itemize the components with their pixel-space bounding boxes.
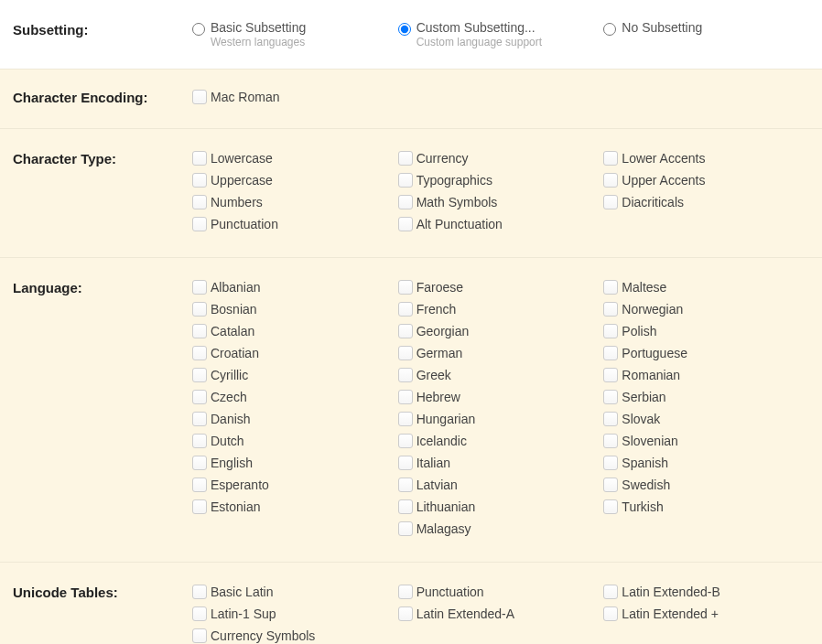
- checkbox-icon[interactable]: [603, 412, 618, 426]
- checkbox-icon[interactable]: [398, 434, 413, 448]
- option-latin-extended-b[interactable]: Latin Extended-B: [603, 583, 809, 601]
- option-latin-extended-a[interactable]: Latin Extended-A: [398, 605, 604, 623]
- checkbox-icon[interactable]: [398, 195, 413, 209]
- option-numbers[interactable]: Numbers: [192, 193, 398, 211]
- option-diacriticals[interactable]: Diacriticals: [603, 193, 809, 211]
- checkbox-icon[interactable]: [603, 302, 618, 317]
- option-latin-extended[interactable]: Latin Extended +: [603, 605, 809, 623]
- checkbox-icon[interactable]: [192, 499, 207, 514]
- checkbox-icon[interactable]: [192, 217, 207, 231]
- checkbox-icon[interactable]: [398, 346, 413, 360]
- option-latvian[interactable]: Latvian: [398, 476, 604, 494]
- checkbox-icon[interactable]: [192, 628, 207, 643]
- option-turkish[interactable]: Turkish: [603, 498, 809, 516]
- subsetting-option-basic[interactable]: Basic Subsetting Western languages: [192, 20, 398, 48]
- option-swedish[interactable]: Swedish: [603, 476, 809, 494]
- option-malagasy[interactable]: Malagasy: [398, 520, 604, 538]
- option-french[interactable]: French: [398, 300, 604, 318]
- option-serbian[interactable]: Serbian: [603, 388, 809, 406]
- checkbox-icon[interactable]: [398, 302, 413, 317]
- checkbox-icon[interactable]: [192, 302, 207, 317]
- checkbox-icon[interactable]: [192, 346, 207, 360]
- checkbox-icon[interactable]: [398, 390, 413, 404]
- subsetting-option-custom[interactable]: Custom Subsetting... Custom language sup…: [398, 20, 604, 48]
- option-maltese[interactable]: Maltese: [603, 278, 809, 296]
- subsetting-radio-custom[interactable]: [398, 23, 411, 36]
- option-currency[interactable]: Currency: [398, 149, 604, 167]
- option-lithuanian[interactable]: Lithuanian: [398, 498, 604, 516]
- checkbox-icon[interactable]: [192, 456, 207, 470]
- checkbox-icon[interactable]: [603, 368, 618, 382]
- option-english[interactable]: English: [192, 454, 398, 472]
- checkbox-icon[interactable]: [603, 195, 618, 209]
- checkbox-icon[interactable]: [603, 606, 618, 621]
- option-spanish[interactable]: Spanish: [603, 454, 809, 472]
- option-italian[interactable]: Italian: [398, 454, 604, 472]
- checkbox-icon[interactable]: [192, 151, 207, 166]
- option-catalan[interactable]: Catalan: [192, 322, 398, 340]
- subsetting-radio-none[interactable]: [603, 23, 616, 36]
- checkbox-icon[interactable]: [192, 606, 207, 621]
- option-faroese[interactable]: Faroese: [398, 278, 604, 296]
- option-lower-accents[interactable]: Lower Accents: [603, 149, 809, 167]
- subsetting-radio-basic[interactable]: [192, 23, 205, 36]
- checkbox-icon[interactable]: [603, 151, 618, 166]
- option-bosnian[interactable]: Bosnian: [192, 300, 398, 318]
- checkbox-icon[interactable]: [603, 585, 618, 599]
- checkbox-icon[interactable]: [398, 324, 413, 338]
- option-punctuation[interactable]: Punctuation: [192, 215, 398, 233]
- checkbox-icon[interactable]: [398, 412, 413, 426]
- checkbox-icon[interactable]: [398, 173, 413, 188]
- subsetting-option-none[interactable]: No Subsetting: [603, 20, 809, 36]
- option-romanian[interactable]: Romanian: [603, 366, 809, 384]
- checkbox-icon[interactable]: [603, 456, 618, 470]
- checkbox-icon[interactable]: [603, 173, 618, 188]
- option-alt-punctuation[interactable]: Alt Punctuation: [398, 215, 604, 233]
- checkbox-icon[interactable]: [603, 346, 618, 360]
- checkbox-icon[interactable]: [603, 390, 618, 404]
- checkbox-icon[interactable]: [192, 280, 207, 295]
- checkbox-icon[interactable]: [398, 368, 413, 382]
- checkbox-icon[interactable]: [398, 499, 413, 514]
- option-estonian[interactable]: Estonian: [192, 498, 398, 516]
- checkbox-icon[interactable]: [603, 478, 618, 492]
- option-latin-1-sup[interactable]: Latin-1 Sup: [192, 605, 398, 623]
- option-norwegian[interactable]: Norwegian: [603, 300, 809, 318]
- option-cyrillic[interactable]: Cyrillic: [192, 366, 398, 384]
- option-math-symbols[interactable]: Math Symbols: [398, 193, 604, 211]
- checkbox-icon[interactable]: [603, 499, 618, 514]
- checkbox-icon[interactable]: [603, 434, 618, 448]
- option-punctuation[interactable]: Punctuation: [398, 583, 604, 601]
- option-german[interactable]: German: [398, 344, 604, 362]
- checkbox-icon[interactable]: [192, 390, 207, 404]
- checkbox-icon[interactable]: [398, 521, 413, 536]
- option-dutch[interactable]: Dutch: [192, 432, 398, 450]
- checkbox-icon[interactable]: [398, 478, 413, 492]
- option-portuguese[interactable]: Portuguese: [603, 344, 809, 362]
- option-hebrew[interactable]: Hebrew: [398, 388, 604, 406]
- option-uppercase[interactable]: Uppercase: [192, 171, 398, 189]
- encoding-option-mac-roman[interactable]: Mac Roman: [192, 88, 398, 106]
- checkbox-icon[interactable]: [192, 585, 207, 599]
- option-slovenian[interactable]: Slovenian: [603, 432, 809, 450]
- option-georgian[interactable]: Georgian: [398, 322, 604, 340]
- checkbox-icon[interactable]: [398, 217, 413, 231]
- option-albanian[interactable]: Albanian: [192, 278, 398, 296]
- option-greek[interactable]: Greek: [398, 366, 604, 384]
- option-hungarian[interactable]: Hungarian: [398, 410, 604, 428]
- checkbox-icon[interactable]: [192, 324, 207, 338]
- option-basic-latin[interactable]: Basic Latin: [192, 583, 398, 601]
- checkbox-icon[interactable]: [398, 456, 413, 470]
- checkbox-icon[interactable]: [192, 412, 207, 426]
- option-lowercase[interactable]: Lowercase: [192, 149, 398, 167]
- option-czech[interactable]: Czech: [192, 388, 398, 406]
- option-upper-accents[interactable]: Upper Accents: [603, 171, 809, 189]
- checkbox-icon[interactable]: [398, 280, 413, 295]
- checkbox-icon[interactable]: [192, 195, 207, 209]
- checkbox-icon[interactable]: [192, 434, 207, 448]
- checkbox-icon[interactable]: [192, 90, 207, 104]
- option-polish[interactable]: Polish: [603, 322, 809, 340]
- checkbox-icon[interactable]: [192, 478, 207, 492]
- checkbox-icon[interactable]: [398, 585, 413, 599]
- checkbox-icon[interactable]: [398, 151, 413, 166]
